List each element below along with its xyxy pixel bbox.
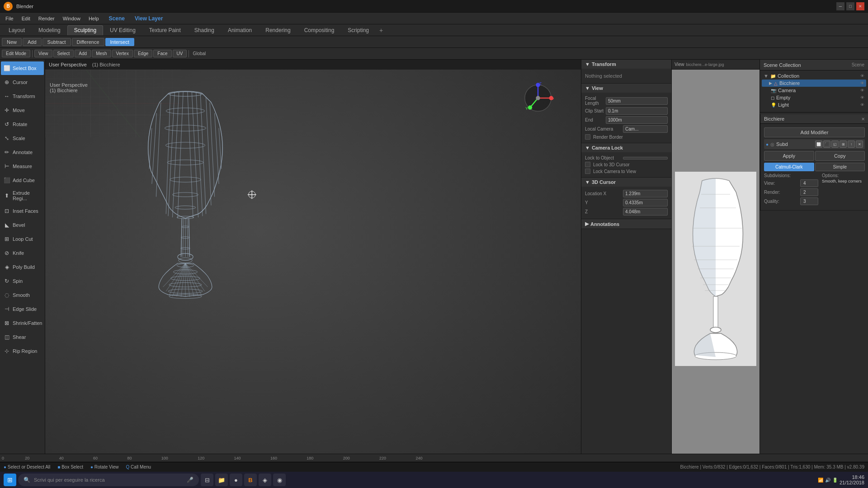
modifier-icon-5[interactable]: ↑ [848,141,855,148]
tool-shear[interactable]: ◫ Shear [1,330,44,344]
tab-animation[interactable]: Animation [221,25,259,35]
difference-button[interactable]: Difference [72,38,104,46]
volume-icon[interactable]: 🔊 [825,478,830,483]
intersect-button[interactable]: Intersect [105,38,134,46]
add-mesh-btn[interactable]: Add [75,50,91,57]
app4-icon[interactable]: ◈ [259,474,271,486]
file-manager-icon[interactable]: 📁 [215,474,228,486]
lock-3d-cursor-checkbox[interactable] [585,162,590,167]
view-value-input[interactable] [800,179,818,187]
quality-value-input[interactable] [800,197,818,205]
viewport-3d[interactable]: User Perspective (1) Bicchiere [45,60,581,468]
camera-visibility-icon[interactable]: 👁 [860,88,864,93]
tool-transform[interactable]: ↔ Transform [1,89,44,103]
face-btn[interactable]: Face [153,50,171,57]
menu-edit[interactable]: Edit [18,15,34,22]
collection-visibility-icon[interactable]: 👁 [860,74,864,78]
search-bar[interactable]: 🔍 Scrivi qui per eseguire la ricerca 🎤 [18,474,199,486]
catmull-clark-button[interactable]: Catmull-Clark [764,163,814,171]
empty-visibility-icon[interactable]: 👁 [860,95,864,100]
navigation-gizmo[interactable]: X Y Z [522,82,554,114]
voice-search-icon[interactable]: 🎤 [187,477,193,483]
tool-cursor[interactable]: ⊕ Cursor [1,75,44,89]
location-x-input[interactable] [623,190,668,197]
tab-sculpting[interactable]: Sculpting [67,25,103,35]
tool-extrude[interactable]: ⬆ Extrude Regi... [1,188,44,204]
tool-knife[interactable]: ⊘ Knife [1,246,44,260]
tool-smooth[interactable]: ◌ Smooth [1,288,44,302]
render-value-input[interactable] [800,188,818,196]
render-border-checkbox[interactable] [585,134,590,140]
tool-rip-region[interactable]: ⊹ Rip Region [1,344,44,358]
edge-btn[interactable]: Edge [134,50,152,57]
tool-select-box[interactable]: ⬜ Select Box [1,61,44,75]
tool-spin[interactable]: ↻ Spin [1,274,44,288]
tool-move[interactable]: ✛ Move [1,103,44,117]
light-visibility-icon[interactable]: 👁 [860,103,864,107]
modifier-eye-icon[interactable]: ● [766,142,769,147]
end-input[interactable] [606,116,668,124]
collection-item-bicchiere[interactable]: ▶ △ Bicchiere 👁 [762,80,866,87]
location-y-input[interactable] [623,199,668,206]
network-icon[interactable]: 📶 [818,478,823,483]
glass-area[interactable]: X Y Z User Perspective (1) Bicchiere [45,70,581,468]
tab-rendering[interactable]: Rendering [259,25,297,35]
camera-lock-header[interactable]: ▼ Camera Lock [581,143,671,152]
tool-measure[interactable]: ⊢ Measure [1,160,44,173]
view-header[interactable]: ▼ View [581,84,671,93]
location-z-input[interactable] [623,208,668,216]
tool-inset[interactable]: ⊡ Inset Faces [1,204,44,218]
collection-item-empty[interactable]: ◻ Empty 👁 [762,94,866,101]
modifier-icon-2[interactable]: ⬛ [823,141,830,148]
new-button[interactable]: New [2,38,22,46]
uv-btn[interactable]: UV [173,50,187,57]
edit-mode-btn[interactable]: Edit Mode [2,50,30,57]
tab-modeling[interactable]: Modeling [32,25,67,35]
lock-camera-view-checkbox[interactable] [585,169,590,174]
clip-start-input[interactable] [606,107,668,115]
battery-icon[interactable]: 🔋 [832,478,838,483]
image-viewport[interactable]: View bicchere...e-large.jpg [671,60,760,468]
view-btn[interactable]: View [34,50,52,57]
mesh-btn[interactable]: Mesh [92,50,111,57]
bicchiere-visibility-icon[interactable]: 👁 [860,81,864,85]
tab-shading[interactable]: Shading [188,25,221,35]
tab-layout[interactable]: Layout [2,25,32,35]
start-button[interactable]: ⊞ [4,474,16,486]
tool-poly-build[interactable]: ◈ Poly Build [1,260,44,274]
menu-file[interactable]: File [2,15,17,22]
tool-annotate[interactable]: ✏ Annotate [1,145,44,159]
focal-length-input[interactable] [606,97,668,105]
collection-item-camera[interactable]: 📷 Camera 👁 [762,87,866,94]
menu-help[interactable]: Help [85,15,103,22]
apply-button[interactable]: Apply [764,151,814,161]
modifier-icon-1[interactable]: ⬜ [815,141,822,148]
tab-texture-paint[interactable]: Texture Paint [142,25,188,35]
3d-cursor-header[interactable]: ▼ 3D Cursor [581,178,671,187]
tab-add-button[interactable]: + [376,25,387,35]
minimize-button[interactable]: ─ [836,2,844,10]
collection-root[interactable]: ▼ 📁 Collection 👁 [762,72,866,80]
tool-loop-cut[interactable]: ⊞ Loop Cut [1,232,44,246]
modifier-icon-6[interactable]: ✕ [856,141,863,148]
lock-to-object-value[interactable] [623,157,668,160]
vertex-btn[interactable]: Vertex [112,50,133,57]
tab-scripting[interactable]: Scripting [341,25,376,35]
menu-window[interactable]: Window [59,15,84,22]
close-button[interactable]: ✕ [856,2,864,10]
subtract-button[interactable]: Subtract [42,38,71,46]
collection-item-light[interactable]: 💡 Light 👁 [762,101,866,108]
tool-shrink-fatten[interactable]: ⊠ Shrink/Fatten [1,316,44,330]
select-btn[interactable]: Select [53,50,74,57]
transform-header[interactable]: ▼ Transform [581,60,671,69]
tool-scale[interactable]: ⤡ Scale [1,131,44,145]
modifier-icon-3[interactable]: ◱ [831,141,839,148]
simple-button[interactable]: Simple [815,163,865,171]
menu-render[interactable]: Render [35,15,58,22]
tab-compositing[interactable]: Compositing [297,25,341,35]
blender-taskbar-icon[interactable]: B [244,474,257,486]
add-modifier-button[interactable]: Add Modifier [764,127,865,137]
annotations-header[interactable]: ▶ Annotations [581,219,671,229]
add-button[interactable]: Add [23,38,42,46]
modifier-icon-4[interactable]: ⊞ [840,141,847,148]
